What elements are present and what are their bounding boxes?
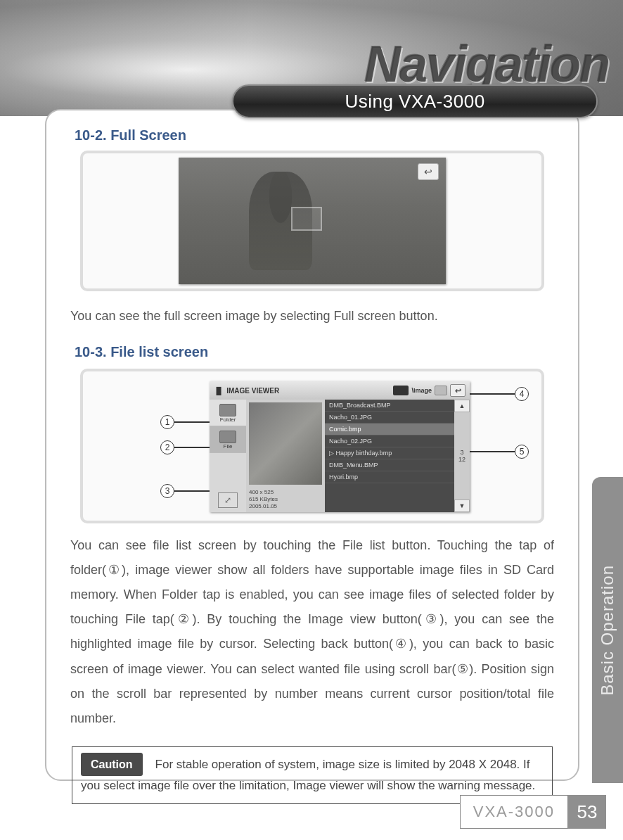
figure-filelist: 1 2 3 4 5 ▐▌ IMAGE VIEWER \Image (80, 369, 544, 523)
content-panel: 10-2. Full Screen ↩ You can see the full… (45, 109, 579, 781)
file-icon (219, 431, 236, 443)
list-item: DMB_Broadcast.BMP (325, 400, 454, 412)
list-item: DMB_Menu.BMP (325, 459, 454, 471)
footer: VXA-3000 53 (0, 795, 623, 829)
back-icon: ↩ (418, 163, 439, 180)
path-label: \Image (411, 387, 432, 394)
file-items: DMB_Broadcast.BMP Nacho_01.JPG Comic.bmp… (325, 400, 454, 512)
callout-line (468, 451, 515, 452)
footer-model: VXA-3000 (460, 795, 568, 829)
viewer-flag-icon: ▐▌ (214, 387, 224, 395)
callout-5-num: 5 (515, 445, 529, 459)
preview-pane: 400 x 525 615 KBytes 2005.01.05 (246, 400, 325, 512)
callout-3-num: 3 (160, 484, 174, 498)
callout-1-num: 1 (160, 415, 174, 429)
list-item: Nacho_01.JPG (325, 412, 454, 424)
scroll-down-icon: ▼ (454, 499, 470, 512)
fullscreen-button: ⤢ (210, 488, 246, 512)
list-item: ▷ Happy birthday.bmp (325, 447, 454, 459)
expand-icon: ⤢ (218, 492, 238, 508)
folder-tab-label: Folder (220, 416, 236, 423)
fullscreen-description: You can see the full screen image by sel… (70, 304, 554, 329)
scroll-pos: 3 (460, 449, 463, 456)
file-tab: File (210, 426, 246, 453)
folder-tab: Folder (210, 400, 246, 426)
meta-size: 615 KBytes (249, 496, 322, 503)
section-heading-filelist: 10-3. File list screen (75, 344, 558, 360)
list-item: Comic.bmp (325, 424, 454, 435)
back-button-icon: ↩ (450, 384, 465, 397)
callout-line (468, 393, 515, 395)
preview-image (249, 402, 322, 485)
caution-text: For stable operation of system, image si… (81, 758, 535, 792)
file-list: DMB_Broadcast.BMP Nacho_01.JPG Comic.bmp… (325, 400, 470, 512)
callout-4: 4 (468, 387, 529, 401)
scroll-total: 12 (458, 456, 465, 463)
scrollbar: ▲ 3 12 ▼ (454, 400, 470, 512)
folder-icon (219, 404, 236, 416)
side-tab-label: Basic Operation (598, 565, 617, 696)
chapter-pill: Using VXA-3000 (232, 84, 598, 118)
list-item: Nacho_02.JPG (325, 435, 454, 447)
filelist-screenshot: ▐▌ IMAGE VIEWER \Image ↩ Folder File (210, 381, 470, 512)
figure-fullscreen: ↩ (80, 151, 544, 291)
sd-icon (393, 386, 409, 395)
callout-2-num: 2 (160, 440, 174, 454)
footer-page: 53 (568, 795, 606, 829)
filelist-description: You can see file list screen by touching… (70, 533, 554, 731)
viewer-titlebar: ▐▌ IMAGE VIEWER \Image ↩ (210, 381, 470, 400)
scroll-track: 3 12 (454, 412, 470, 499)
side-tab: Basic Operation (592, 477, 623, 783)
callout-4-num: 4 (515, 387, 529, 401)
meta-dims: 400 x 525 (249, 489, 322, 496)
scroll-up-icon: ▲ (454, 400, 470, 412)
fullscreen-screenshot: ↩ (179, 158, 446, 284)
side-tabs: Folder File ⤢ (210, 400, 246, 512)
preview-meta: 400 x 525 615 KBytes 2005.01.05 (246, 488, 325, 512)
callout-5: 5 (468, 445, 529, 459)
section-heading-fullscreen: 10-2. Full Screen (75, 127, 558, 144)
file-tab-label: File (224, 443, 233, 450)
viewer-title: IMAGE VIEWER (226, 387, 279, 395)
caution-label: Caution (81, 753, 143, 776)
list-item: Hyori.bmp (325, 471, 454, 483)
meta-date: 2005.01.05 (249, 503, 322, 510)
sound-icon (435, 386, 447, 395)
